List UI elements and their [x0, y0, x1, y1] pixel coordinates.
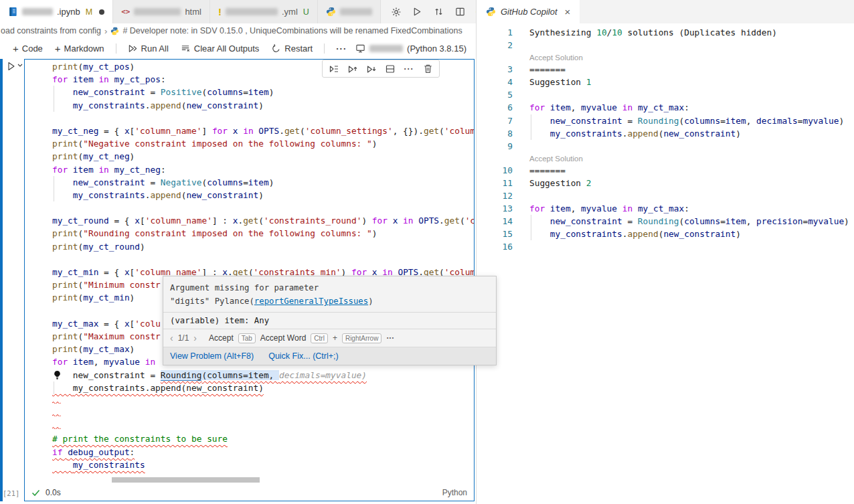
hover-status-bar: View Problem (Alt+F8) Quick Fix... (Ctrl…: [163, 347, 496, 365]
redacted-kernel-name: [369, 45, 403, 52]
more-actions-button[interactable]: ···: [331, 41, 351, 56]
previous-suggestion-icon[interactable]: ‹: [170, 333, 173, 343]
git-untracked-badge: U: [303, 7, 309, 17]
copilot-editor-group: GitHub Copilot × 1Synthesizing 10/10 sol…: [476, 0, 854, 504]
accept-solution-codelens[interactable]: Accept Solution: [529, 52, 854, 63]
execute-cell-and-below-icon[interactable]: [363, 62, 379, 76]
add-code-cell-button[interactable]: + Code: [8, 41, 48, 56]
copilot-line: 13for item, myvalue in my_ct_max:: [477, 202, 854, 215]
more-actions-icon[interactable]: ···: [401, 62, 417, 76]
cell-language-picker[interactable]: Python: [442, 488, 467, 497]
code-line: [25, 407, 474, 420]
copilot-line: 8 my_constraints.append(new_constraint): [477, 127, 854, 140]
next-suggestion-icon[interactable]: ›: [193, 333, 197, 343]
run-all-button[interactable]: Run All: [123, 41, 173, 56]
breadcrumb-item-cell[interactable]: # Developer note: in SDV 0.15.0 , Unique…: [122, 26, 462, 35]
code-line: my_constraints.append(new_constraint): [25, 189, 474, 201]
pylance-rule-link[interactable]: reportGeneralTypeIssues: [254, 297, 368, 306]
tab-label: GitHub Copilot: [501, 7, 558, 17]
accept-solution-codelens[interactable]: Accept Solution: [529, 153, 854, 164]
git-modified-badge: M: [86, 7, 92, 17]
toolbar-divider: [116, 44, 116, 54]
play-icon[interactable]: [410, 5, 425, 19]
code-line: # print the constraints to be sure: [25, 432, 474, 445]
tab-github-copilot[interactable]: GitHub Copilot ×: [477, 0, 580, 23]
run-by-line-icon[interactable]: [326, 62, 342, 76]
copilot-line: 14 new_constraint = Rounding(columns=ite…: [477, 215, 854, 228]
code-line: my_constraints: [25, 458, 474, 471]
copilot-line: 11Suggestion 2: [477, 177, 854, 189]
copilot-line: 5: [477, 88, 854, 101]
execution-duration: 0.0s: [46, 488, 61, 497]
horizontal-scrollbar[interactable]: [112, 477, 260, 483]
copilot-solutions-document: 1Synthesizing 10/10 solutions (Duplicate…: [477, 23, 854, 254]
breadcrumb-item-section[interactable]: oad constraints from config: [1, 26, 101, 35]
breadcrumb: oad constraints from config › # Develope…: [0, 23, 476, 38]
code-line: [25, 253, 474, 266]
error-squiggle-mark: [52, 400, 61, 404]
lightbulb-icon[interactable]: [53, 370, 62, 380]
copilot-line: 1Synthesizing 10/10 solutions (Duplicate…: [477, 26, 854, 39]
tab-label: html: [185, 7, 201, 17]
split-cell-icon[interactable]: [382, 62, 398, 76]
redacted-filename: [226, 8, 278, 15]
code-line: new_constraint = Positive(columns=item): [25, 86, 474, 98]
suggestion-pager: 1/1: [178, 333, 189, 343]
copilot-line: 3=======: [477, 63, 854, 76]
redacted-filename: [340, 8, 372, 15]
code-line: [25, 394, 474, 407]
code-line: [25, 420, 474, 432]
accept-word-button[interactable]: Accept Word: [260, 333, 306, 343]
close-icon[interactable]: ×: [562, 6, 574, 17]
warning-exclamation-icon: !: [218, 6, 222, 17]
error-squiggle-mark: [52, 413, 61, 416]
execution-count: [21]: [3, 489, 19, 497]
code-line: [25, 112, 474, 124]
copilot-line: 15 my_constraints.append(new_constraint): [477, 228, 854, 240]
execute-above-cells-icon[interactable]: [345, 62, 361, 76]
code-line: if debug_output:: [25, 446, 474, 458]
code-brackets-icon: <>: [121, 7, 130, 16]
clear-all-outputs-button[interactable]: Clear All Outputs: [176, 41, 264, 56]
tab-keycap: Tab: [238, 333, 256, 343]
toolbar-divider: [324, 44, 325, 54]
restart-kernel-button[interactable]: Restart: [266, 41, 317, 56]
focused-cell-bar: [0, 59, 3, 501]
delete-cell-icon[interactable]: [420, 62, 436, 76]
accept-button[interactable]: Accept: [209, 333, 234, 343]
gear-icon[interactable]: [389, 5, 404, 19]
tab-notebook[interactable]: .ipynb M: [0, 0, 113, 23]
restart-icon: [271, 44, 281, 54]
copilot-line: 12: [477, 189, 854, 202]
code-line: new_constraint = Rounding(columns=item, …: [25, 369, 474, 382]
kernel-picker[interactable]: (Python 3.8.15): [355, 44, 476, 54]
execute-cell-button[interactable]: [6, 61, 23, 72]
redacted-filename: [134, 8, 181, 15]
cell-status-bar: 0.0s Python: [25, 485, 474, 501]
quick-fix-link[interactable]: Quick Fix... (Ctrl+;): [268, 351, 339, 361]
play-icon: [6, 61, 17, 72]
tab-html[interactable]: <> html: [113, 0, 210, 23]
copilot-line: 9: [477, 140, 854, 153]
copilot-line: 4Suggestion 1: [477, 76, 854, 88]
swap-arrows-icon[interactable]: [432, 5, 446, 19]
code-line: print(my_ct_round): [25, 240, 474, 253]
python-icon: [326, 7, 336, 17]
view-problem-link[interactable]: View Problem (Alt+F8): [170, 351, 254, 361]
add-markdown-cell-button[interactable]: + Markdown: [50, 41, 109, 56]
unsaved-dot-icon[interactable]: [99, 9, 104, 15]
rightarrow-keycap: RightArrow: [342, 333, 381, 343]
notebook-icon: [8, 7, 18, 17]
notebook-editor-group: .ipynb M <> html ! .yml U: [0, 0, 476, 504]
code-line: print("Negative constraint imposed on th…: [25, 137, 474, 150]
split-editor-icon[interactable]: [453, 5, 468, 19]
copilot-line: 16: [477, 240, 854, 253]
plus-icon: +: [55, 44, 61, 53]
tab-yml[interactable]: ! .yml U: [210, 0, 318, 23]
more-suggestion-actions[interactable]: ···: [386, 333, 394, 343]
chevron-right-icon: ›: [104, 26, 107, 36]
code-line: my_ct_round = { x['column_name'] : x.get…: [25, 214, 474, 227]
tab-python-file[interactable]: [318, 0, 381, 23]
hover-tooltip: Argument missing for parameter "digits" …: [163, 276, 497, 365]
tab-label: .ipynb: [57, 7, 80, 17]
